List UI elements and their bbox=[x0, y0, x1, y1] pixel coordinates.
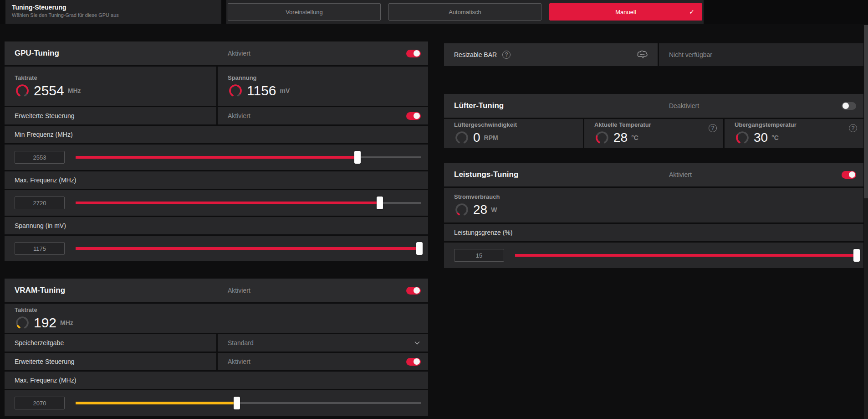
slider-fill bbox=[76, 202, 380, 204]
smart-access-memory-icon bbox=[636, 49, 649, 60]
current-temp-value: 28 bbox=[613, 131, 628, 144]
power-limit-slider[interactable] bbox=[515, 249, 857, 261]
current-temp-label: Aktuelle Temperatur bbox=[594, 121, 723, 128]
power-limit-input[interactable] bbox=[454, 249, 504, 262]
vram-max-freq-label: Max. Frequenz (MHz) bbox=[5, 377, 76, 384]
gpu-max-freq-input[interactable] bbox=[15, 197, 65, 209]
manual-button[interactable]: Manuell ✓ bbox=[549, 3, 702, 21]
gpu-tuning-title: GPU-Tuning bbox=[15, 49, 59, 58]
gauge-icon bbox=[735, 130, 750, 145]
gpu-min-freq-slider[interactable] bbox=[76, 151, 421, 163]
gauge-icon bbox=[594, 130, 610, 145]
slider-thumb[interactable] bbox=[416, 242, 423, 255]
gpu-clock-unit: MHz bbox=[68, 87, 81, 94]
slider-thumb[interactable] bbox=[853, 249, 860, 262]
vram-tuning-toggle[interactable] bbox=[406, 287, 421, 295]
scrollbar[interactable] bbox=[864, 25, 868, 419]
vram-timing-dropdown[interactable]: Standard bbox=[218, 334, 428, 352]
gauge-icon bbox=[454, 202, 470, 217]
vram-advanced-label: Erweiterte Steuerung bbox=[15, 358, 75, 365]
gpu-max-freq-slider[interactable] bbox=[76, 197, 421, 209]
fan-speed-value: 0 bbox=[473, 131, 480, 144]
fan-tuning-title: Lüfter-Tuning bbox=[454, 101, 504, 110]
vram-max-freq-input[interactable] bbox=[15, 397, 65, 409]
junction-temp-unit: °C bbox=[771, 134, 779, 141]
fan-tuning-panel: Lüfter-Tuning Deaktiviert Lüftergeschwin… bbox=[444, 94, 863, 148]
current-temp-unit: °C bbox=[631, 134, 638, 141]
fan-speed-unit: RPM bbox=[484, 134, 498, 141]
gpu-voltage-input[interactable] bbox=[15, 242, 65, 255]
vram-advanced-toggle[interactable] bbox=[406, 358, 421, 366]
tuning-mode-buttons: Voreinstellung Automatisch Manuell ✓ bbox=[226, 0, 704, 24]
gpu-tuning-panel: GPU-Tuning Aktiviert Taktrate 2554 MHz S… bbox=[5, 41, 428, 261]
help-icon[interactable]: ? bbox=[849, 124, 857, 132]
gpu-voltage-slider[interactable] bbox=[76, 243, 421, 254]
preset-button-label: Voreinstellung bbox=[286, 9, 323, 16]
toggle-knob-icon bbox=[414, 287, 420, 294]
vram-timing-label: Speicherzeitgabe bbox=[15, 339, 64, 347]
slider-fill bbox=[76, 402, 237, 404]
power-limit-label: Leistungsgrenze (%) bbox=[444, 229, 512, 236]
preset-button[interactable]: Voreinstellung bbox=[228, 3, 381, 21]
vram-clock-unit: MHz bbox=[60, 319, 73, 326]
gpu-voltage-slider-label: Spannung (in mV) bbox=[5, 222, 66, 229]
slider-thumb[interactable] bbox=[234, 397, 240, 409]
gpu-min-freq-label: Min Frequenz (MHz) bbox=[5, 131, 73, 138]
gpu-voltage-unit: mV bbox=[280, 87, 290, 94]
gpu-min-freq-input[interactable] bbox=[15, 151, 65, 164]
junction-temp-value: 30 bbox=[754, 131, 768, 144]
scrollbar-thumb[interactable] bbox=[864, 25, 868, 198]
power-tuning-status: Aktiviert bbox=[669, 171, 692, 178]
power-draw-label: Stromverbrauch bbox=[454, 193, 500, 200]
automatic-button[interactable]: Automatisch bbox=[388, 3, 541, 21]
slider-fill bbox=[76, 247, 419, 250]
gpu-voltage-label: Spannung bbox=[228, 74, 257, 81]
fan-tuning-status: Deaktiviert bbox=[669, 102, 699, 109]
vram-timing-value: Standard bbox=[228, 339, 254, 347]
resizable-bar-label: Resizable BAR bbox=[454, 51, 497, 58]
power-draw-value: 28 bbox=[473, 203, 487, 216]
gauge-icon bbox=[228, 83, 243, 98]
page-subtitle: Wählen Sie den Tuning-Grad für diese GPU… bbox=[12, 12, 221, 18]
help-icon[interactable]: ? bbox=[502, 51, 511, 59]
power-tuning-toggle[interactable] bbox=[842, 171, 856, 179]
vram-tuning-title: VRAM-Tuning bbox=[15, 286, 65, 295]
toggle-knob-icon bbox=[414, 50, 420, 57]
power-tuning-panel: Leistungs-Tuning Aktiviert Stromverbrauc… bbox=[444, 163, 863, 268]
gpu-tuning-status: Aktiviert bbox=[228, 50, 250, 57]
resizable-bar-status: Nicht verfügbar bbox=[669, 51, 712, 58]
gauge-icon bbox=[454, 130, 470, 145]
toggle-knob-icon bbox=[414, 113, 420, 119]
help-icon[interactable]: ? bbox=[709, 124, 717, 132]
page-title: Tuning-Steuerung bbox=[12, 4, 221, 11]
power-draw-unit: W bbox=[491, 206, 497, 213]
check-icon: ✓ bbox=[689, 8, 694, 16]
gpu-voltage-value: 1156 bbox=[247, 84, 276, 98]
vram-advanced-status: Aktiviert bbox=[228, 358, 250, 365]
slider-thumb[interactable] bbox=[377, 197, 383, 209]
junction-temp-label: Übergangstemperatur bbox=[735, 121, 863, 128]
gpu-advanced-status: Aktiviert bbox=[228, 112, 250, 119]
chevron-down-icon[interactable] bbox=[414, 339, 421, 347]
fan-speed-label: Lüftergeschwindigkeit bbox=[454, 121, 583, 128]
toggle-knob-icon bbox=[414, 358, 420, 365]
gpu-advanced-toggle[interactable] bbox=[406, 112, 421, 120]
vram-max-freq-slider[interactable] bbox=[76, 397, 421, 409]
gpu-tuning-toggle[interactable] bbox=[406, 50, 421, 57]
power-tuning-title: Leistungs-Tuning bbox=[454, 170, 518, 179]
tuning-header: Tuning-Steuerung Wählen Sie den Tuning-G… bbox=[5, 0, 221, 24]
vram-clock-label: Taktrate bbox=[15, 306, 37, 313]
slider-fill bbox=[76, 156, 357, 159]
gpu-advanced-label: Erweiterte Steuerung bbox=[15, 112, 75, 119]
toggle-knob-icon bbox=[842, 103, 849, 109]
vram-tuning-panel: VRAM-Tuning Aktiviert Taktrate 192 MHz S… bbox=[5, 279, 428, 416]
gauge-icon bbox=[15, 315, 30, 331]
gpu-clock-value: 2554 bbox=[34, 84, 64, 98]
slider-thumb[interactable] bbox=[354, 151, 361, 164]
gauge-icon bbox=[15, 83, 30, 98]
fan-tuning-toggle[interactable] bbox=[842, 102, 856, 110]
vram-clock-value: 192 bbox=[34, 316, 56, 330]
gpu-max-freq-label: Max. Frequenz (MHz) bbox=[5, 176, 76, 184]
automatic-button-label: Automatisch bbox=[449, 9, 481, 16]
manual-button-label: Manuell bbox=[615, 9, 636, 16]
